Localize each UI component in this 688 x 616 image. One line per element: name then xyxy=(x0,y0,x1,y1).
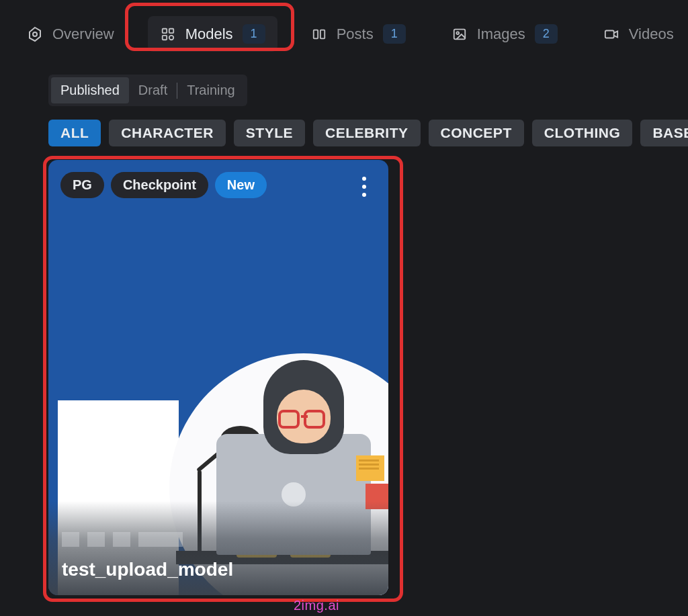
category-base-model[interactable]: BASE MODEL xyxy=(640,120,688,146)
nav-models[interactable]: Models 1 xyxy=(148,16,277,52)
svg-rect-5 xyxy=(313,30,317,38)
card-menu-button[interactable] xyxy=(355,175,374,199)
nav-label: Models xyxy=(185,26,233,43)
dots-icon xyxy=(362,185,366,189)
svg-rect-7 xyxy=(454,29,465,39)
category-row: ALL CHARACTER STYLE CELEBRITY CONCEPT CL… xyxy=(48,120,688,146)
nav-count-badge: 1 xyxy=(243,24,265,44)
card-title: test_upload_model xyxy=(62,559,375,580)
badge-new: New xyxy=(215,172,267,198)
card-footer: test_upload_model xyxy=(48,501,388,595)
svg-point-4 xyxy=(169,35,173,39)
top-nav: Overview Models 1 Posts 1 Images 2 Video… xyxy=(0,0,688,68)
badge-checkpoint: Checkpoint xyxy=(111,172,208,198)
hexagon-icon xyxy=(27,26,43,42)
image-icon xyxy=(452,26,468,42)
dots-icon xyxy=(362,177,366,181)
badge-pg: PG xyxy=(60,172,104,198)
nav-count-badge: 2 xyxy=(535,24,558,44)
svg-rect-2 xyxy=(169,28,173,32)
stat-placeholders xyxy=(62,532,375,547)
svg-rect-3 xyxy=(162,35,166,39)
video-icon xyxy=(603,26,619,42)
layout-icon xyxy=(311,26,327,42)
card-badges: PG Checkpoint New xyxy=(60,172,267,198)
status-tab-published[interactable]: Published xyxy=(51,77,129,103)
category-character[interactable]: CHARACTER xyxy=(109,120,226,146)
category-celebrity[interactable]: CELEBRITY xyxy=(313,120,421,146)
category-all[interactable]: ALL xyxy=(48,120,101,146)
svg-point-0 xyxy=(33,32,37,36)
svg-rect-9 xyxy=(605,30,614,38)
grid-icon xyxy=(160,26,176,42)
status-tabs: Published Draft Training xyxy=(48,75,247,106)
card-wrap: PG Checkpoint New xyxy=(48,160,398,595)
status-tab-training[interactable]: Training xyxy=(177,77,245,103)
nav-label: Overview xyxy=(52,26,114,43)
svg-rect-1 xyxy=(162,28,166,32)
nav-images[interactable]: Images 2 xyxy=(439,16,570,52)
nav-label: Videos xyxy=(629,26,674,43)
dots-icon xyxy=(362,193,366,197)
model-card[interactable]: PG Checkpoint New xyxy=(48,160,388,595)
nav-count-badge: 1 xyxy=(383,24,406,44)
nav-posts[interactable]: Posts 1 xyxy=(299,16,418,52)
nav-videos[interactable]: Videos xyxy=(591,17,686,51)
watermark: 2img.ai xyxy=(294,598,339,613)
category-concept[interactable]: CONCEPT xyxy=(429,120,524,146)
svg-rect-6 xyxy=(320,30,324,38)
category-style[interactable]: STYLE xyxy=(234,120,305,146)
nav-overview[interactable]: Overview xyxy=(15,17,126,51)
status-tab-draft[interactable]: Draft xyxy=(129,77,177,103)
nav-label: Posts xyxy=(337,26,374,43)
nav-label: Images xyxy=(477,26,525,43)
svg-point-8 xyxy=(456,32,459,34)
category-clothing[interactable]: CLOTHING xyxy=(532,120,633,146)
